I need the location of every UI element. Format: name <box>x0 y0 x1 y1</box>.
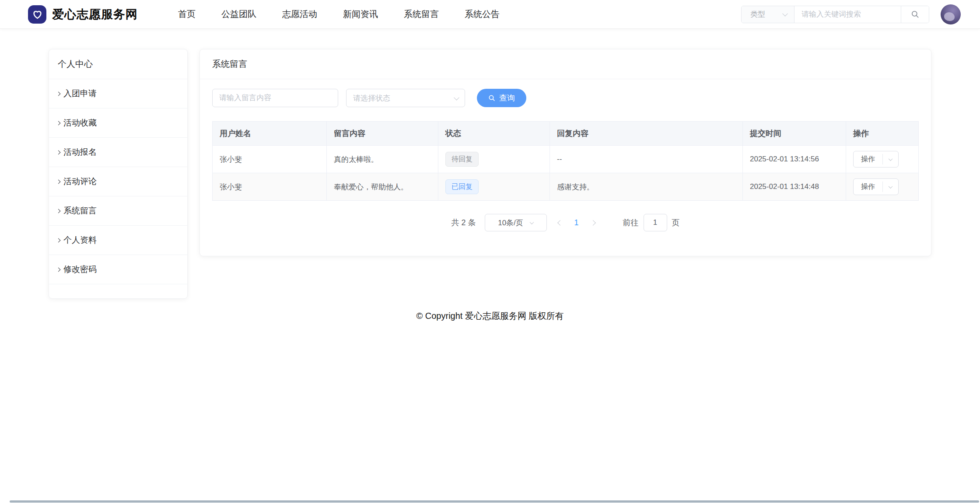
chevron-right-icon <box>56 267 61 272</box>
action-caret[interactable] <box>883 185 898 189</box>
sidebar-item-label: 活动评论 <box>63 176 97 187</box>
search-type-select[interactable]: 类型 <box>742 6 794 23</box>
panel-title: 系统留言 <box>200 49 931 79</box>
col-header-content: 留言内容 <box>327 122 438 146</box>
chevron-left-icon <box>557 220 563 226</box>
heart-icon <box>32 8 43 20</box>
header-search-group: 类型 <box>741 6 929 23</box>
sidebar-item-activity-favorites[interactable]: 活动收藏 <box>49 108 187 137</box>
nav-item-announcements[interactable]: 系统公告 <box>465 8 500 20</box>
chevron-right-icon <box>56 91 61 96</box>
query-button[interactable]: 查询 <box>477 89 526 107</box>
sidebar: 个人中心 入团申请 活动收藏 活动报名 活动评论 系统留言 <box>49 49 188 299</box>
table-row: 张小斐 真的太棒啦。 待回复 -- 2025-02-01 13:14:56 操作 <box>213 146 919 173</box>
keyword-search-input[interactable] <box>794 6 901 23</box>
goto-label: 前往 <box>623 217 639 228</box>
table-row: 张小斐 奉献爱心，帮助他人。 已回复 感谢支持。 2025-02-01 13:1… <box>213 173 919 201</box>
page-number-current[interactable]: 1 <box>574 218 580 227</box>
sidebar-item-label: 个人资料 <box>63 234 97 246</box>
chevron-right-icon <box>56 209 61 213</box>
status-badge: 已回复 <box>445 179 479 194</box>
nav-item-activities[interactable]: 志愿活动 <box>282 8 317 20</box>
horizontal-scrollbar[interactable] <box>0 500 980 503</box>
nav-item-news[interactable]: 新闻资讯 <box>343 8 378 20</box>
sidebar-item-change-password[interactable]: 修改密码 <box>49 255 187 284</box>
chevron-right-icon <box>56 179 61 184</box>
sidebar-item-system-messages[interactable]: 系统留言 <box>49 196 187 225</box>
cell-status: 已回复 <box>438 173 550 201</box>
col-header-reply: 回复内容 <box>550 122 743 146</box>
nav-item-teams[interactable]: 公益团队 <box>221 8 256 20</box>
search-icon <box>911 10 919 18</box>
chevron-right-icon <box>56 121 61 125</box>
cell-username: 张小斐 <box>213 173 327 201</box>
messages-table: 用户姓名 留言内容 状态 回复内容 提交时间 操作 张小斐 真的太棒啦。 待回复 <box>212 121 919 201</box>
sidebar-item-label: 活动报名 <box>63 147 97 158</box>
status-select-placeholder: 请选择状态 <box>353 93 390 103</box>
cell-actions: 操作 <box>846 146 919 173</box>
chevron-down-icon <box>889 157 893 161</box>
pagination: 共 2 条 10条/页 1 前往 页 <box>200 214 931 231</box>
chevron-down-icon <box>529 220 534 224</box>
action-button-label: 操作 <box>854 155 882 164</box>
nav-item-messages[interactable]: 系统留言 <box>404 8 439 20</box>
page-size-select[interactable]: 10条/页 <box>485 214 547 231</box>
messages-panel: 系统留言 请选择状态 查询 <box>200 49 931 256</box>
brand-logo <box>28 5 46 24</box>
cell-status: 待回复 <box>438 146 550 173</box>
brand-name: 爱心志愿服务网 <box>52 7 138 22</box>
pagination-total: 共 2 条 <box>451 217 476 228</box>
sidebar-item-join-application[interactable]: 入团申请 <box>49 79 187 108</box>
chevron-right-icon <box>590 220 596 226</box>
scrollbar-thumb[interactable] <box>10 500 979 503</box>
chevron-right-icon <box>56 238 61 242</box>
chevron-right-icon <box>56 150 61 154</box>
table-header-row: 用户姓名 留言内容 状态 回复内容 提交时间 操作 <box>213 122 919 146</box>
sidebar-item-activity-comments[interactable]: 活动评论 <box>49 167 187 196</box>
cell-reply: -- <box>550 146 743 173</box>
goto-page-input[interactable] <box>644 214 667 231</box>
row-action-dropdown-button[interactable]: 操作 <box>853 178 899 195</box>
sidebar-item-activity-signup[interactable]: 活动报名 <box>49 137 187 167</box>
action-button-label: 操作 <box>854 182 882 192</box>
content-area: 个人中心 入团申请 活动收藏 活动报名 活动评论 系统留言 <box>0 49 980 299</box>
copyright-footer: © Copyright 爱心志愿服务网 版权所有 <box>0 310 980 322</box>
sidebar-title: 个人中心 <box>49 49 187 79</box>
cell-time: 2025-02-01 13:14:48 <box>743 173 846 201</box>
top-navbar: 爱心志愿服务网 首页 公益团队 志愿活动 新闻资讯 系统留言 系统公告 类型 <box>0 0 980 29</box>
search-icon <box>488 94 495 101</box>
cell-actions: 操作 <box>846 173 919 201</box>
cell-content: 真的太棒啦。 <box>327 146 438 173</box>
col-header-username: 用户姓名 <box>213 122 327 146</box>
sidebar-item-label: 活动收藏 <box>63 117 97 129</box>
row-action-dropdown-button[interactable]: 操作 <box>853 151 899 168</box>
header-search-button[interactable] <box>901 6 929 23</box>
sidebar-item-label: 系统留言 <box>63 205 97 217</box>
nav-item-home[interactable]: 首页 <box>178 8 196 20</box>
chevron-down-icon <box>889 184 893 189</box>
user-avatar[interactable] <box>941 4 961 24</box>
status-badge: 待回复 <box>445 152 479 167</box>
sidebar-item-label: 修改密码 <box>63 264 97 275</box>
action-caret[interactable] <box>883 158 898 161</box>
sidebar-item-label: 入团申请 <box>63 88 97 99</box>
prev-page-button[interactable] <box>558 221 562 225</box>
brand[interactable]: 爱心志愿服务网 <box>28 5 138 24</box>
col-header-time: 提交时间 <box>743 122 846 146</box>
cell-content: 奉献爱心，帮助他人。 <box>327 173 438 201</box>
chevron-down-icon <box>782 11 788 17</box>
cell-reply: 感谢支持。 <box>550 173 743 201</box>
search-type-label: 类型 <box>750 9 765 19</box>
page: 爱心志愿服务网 首页 公益团队 志愿活动 新闻资讯 系统留言 系统公告 类型 <box>0 0 980 503</box>
sidebar-item-profile[interactable]: 个人资料 <box>49 225 187 255</box>
sidebar-footer <box>49 284 187 298</box>
cell-time: 2025-02-01 13:14:56 <box>743 146 846 173</box>
chevron-down-icon <box>454 94 459 100</box>
message-content-input[interactable] <box>212 89 338 107</box>
filter-bar: 请选择状态 查询 <box>200 79 931 107</box>
query-button-label: 查询 <box>499 93 515 103</box>
status-select[interactable]: 请选择状态 <box>346 89 465 107</box>
col-header-actions: 操作 <box>846 122 919 146</box>
next-page-button[interactable] <box>591 221 595 225</box>
col-header-status: 状态 <box>438 122 550 146</box>
